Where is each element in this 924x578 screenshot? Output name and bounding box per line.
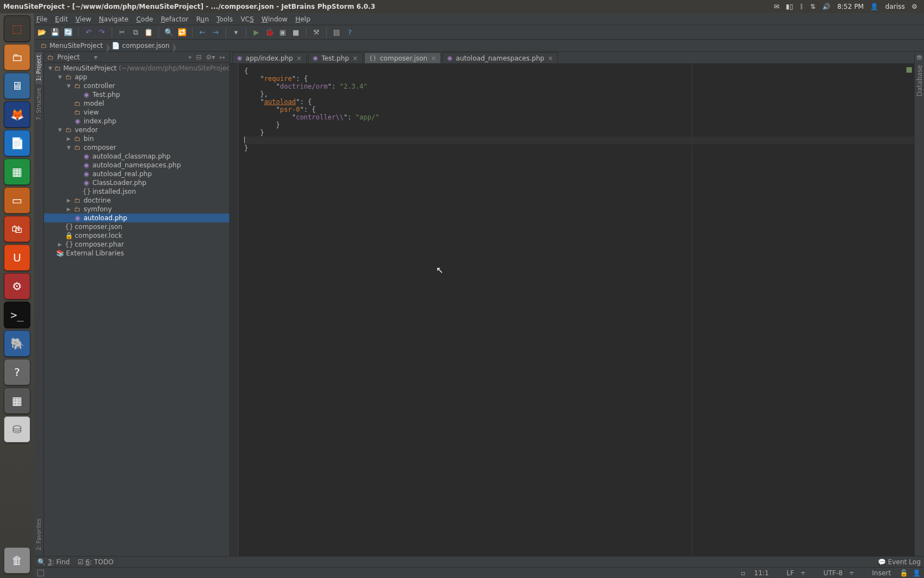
- menu-vcs[interactable]: VCS: [240, 15, 254, 23]
- insert-mode[interactable]: Insert: [872, 569, 891, 577]
- menu-run[interactable]: Run: [196, 15, 209, 23]
- save-icon[interactable]: 💾: [50, 27, 61, 38]
- tool-windows-toggle-icon[interactable]: [37, 570, 44, 576]
- forward-icon[interactable]: →: [210, 27, 221, 38]
- expand-arrow-icon[interactable]: ▼: [66, 83, 72, 89]
- help-icon[interactable]: ?: [344, 27, 355, 38]
- caret-position[interactable]: 11:1: [754, 569, 769, 577]
- run-config-dropdown[interactable]: ▾: [230, 27, 241, 38]
- expand-arrow-icon[interactable]: ▶: [66, 206, 72, 212]
- bluetooth-icon[interactable]: ᛒ: [800, 3, 804, 10]
- mail-icon[interactable]: ✉: [774, 3, 779, 10]
- settings-icon[interactable]: ⚒: [311, 27, 322, 38]
- launcher-mounted-drive[interactable]: ⛁: [4, 416, 30, 443]
- copy-icon[interactable]: ⧉: [130, 27, 141, 38]
- code-line[interactable]: },: [244, 90, 914, 98]
- expand-arrow-icon[interactable]: ▶: [57, 242, 63, 247]
- tree-item[interactable]: 🗀model: [44, 99, 229, 108]
- hide-panel-icon[interactable]: ↦: [219, 53, 225, 61]
- user-icon[interactable]: 👤: [870, 3, 878, 10]
- editor-tab[interactable]: ◉Test.php×: [308, 52, 363, 63]
- tree-item[interactable]: ▼🗀controller: [44, 81, 229, 90]
- menu-window[interactable]: Window: [262, 15, 288, 23]
- tree-item[interactable]: ◉ClassLoader.php: [44, 178, 229, 187]
- expand-arrow-icon[interactable]: ▼: [48, 66, 52, 71]
- database-icon[interactable]: ⛃: [916, 54, 922, 62]
- tree-item[interactable]: ▶🗀doctrine: [44, 196, 229, 205]
- code-line[interactable]: "doctrine/orm": "2.3.4": [244, 83, 914, 90]
- event-log-button[interactable]: 💬 Event Log: [878, 558, 921, 566]
- readonly-lock-icon[interactable]: 🔓: [900, 569, 908, 577]
- code-line[interactable]: }: [244, 129, 914, 137]
- code-line[interactable]: "controller\\": "app/": [244, 113, 914, 121]
- paste-icon[interactable]: 📋: [143, 27, 154, 38]
- tool-tab-project[interactable]: 1: Project: [35, 52, 42, 84]
- tool-tab-find[interactable]: 🔍 3: Find: [37, 558, 70, 566]
- expand-arrow-icon[interactable]: ▶: [66, 136, 72, 141]
- launcher-postgresql[interactable]: 🐘: [4, 330, 30, 357]
- tree-item[interactable]: ◉autoload.php: [44, 214, 229, 222]
- tree-item[interactable]: ◉autoload_classmap.php: [44, 152, 229, 161]
- breadcrumb-file[interactable]: 📄 composer.json: [107, 42, 174, 50]
- launcher-files[interactable]: 🗀: [4, 44, 30, 70]
- menu-view[interactable]: View: [75, 15, 91, 23]
- panel-settings-icon[interactable]: ⚙▾: [206, 53, 215, 61]
- tree-item[interactable]: ◉Test.php: [44, 90, 229, 99]
- collapse-all-icon[interactable]: ⊟: [196, 53, 201, 61]
- close-tab-icon[interactable]: ×: [548, 54, 553, 62]
- inspection-indicator[interactable]: [906, 67, 912, 73]
- menu-refactor[interactable]: Refactor: [161, 15, 188, 23]
- menu-edit[interactable]: Edit: [55, 15, 68, 23]
- launcher-ubuntu-one[interactable]: U: [4, 244, 30, 271]
- code-line[interactable]: }: [244, 121, 914, 129]
- breadcrumb-project[interactable]: 🗀 MenuSiteProject: [36, 42, 107, 50]
- project-tree[interactable]: ▼🗀MenuSiteProject (~/www/dom/php/MenuSit…: [44, 63, 229, 556]
- launcher-trash[interactable]: 🗑: [4, 547, 30, 574]
- tree-item[interactable]: {}composer.json: [44, 222, 229, 231]
- hector-icon[interactable]: 👤: [912, 569, 921, 577]
- tool-tab-todo[interactable]: ☑ 6: TODO: [78, 558, 114, 566]
- launcher-libreoffice-calc[interactable]: ▦: [4, 159, 30, 185]
- tree-item[interactable]: {}installed.json: [44, 187, 229, 196]
- expand-arrow-icon[interactable]: ▼: [66, 145, 72, 150]
- tree-item[interactable]: ▼🗀MenuSiteProject (~/www/dom/php/MenuSit…: [44, 64, 229, 73]
- menu-file[interactable]: File: [36, 15, 47, 23]
- editor-tab[interactable]: ◉app/index.php×: [232, 52, 307, 63]
- expand-arrow-icon[interactable]: ▶: [66, 198, 72, 203]
- launcher-terminal[interactable]: >_: [4, 302, 30, 328]
- network-icon[interactable]: ⇅: [810, 3, 816, 10]
- undo-icon[interactable]: ↶: [83, 27, 94, 38]
- tool-tab-favorites[interactable]: 2: Favorites: [35, 515, 42, 554]
- launcher-libreoffice-writer[interactable]: 📄: [4, 130, 30, 156]
- expand-arrow-icon[interactable]: ▼: [57, 74, 63, 80]
- code-editor[interactable]: { "require": { "doctrine/orm": "2.3.4" }…: [230, 64, 914, 556]
- sync-icon[interactable]: 🔄: [63, 27, 74, 38]
- tree-item[interactable]: ◉autoload_namespaces.php: [44, 161, 229, 170]
- close-tab-icon[interactable]: ×: [431, 54, 436, 62]
- editor-tab[interactable]: ◉autoload_namespaces.php×: [442, 52, 558, 63]
- editor-tab[interactable]: {}composer.json×: [364, 52, 441, 63]
- launcher-dash[interactable]: ⬚: [4, 15, 30, 42]
- launcher-display[interactable]: 🖥: [4, 73, 30, 99]
- session-gear-icon[interactable]: ⚙: [911, 3, 917, 10]
- launcher-system-settings[interactable]: ⚙: [4, 273, 30, 299]
- scroll-from-source-icon[interactable]: ⌖: [188, 53, 192, 61]
- editor-gutter[interactable]: [230, 64, 239, 556]
- run-icon[interactable]: ▶: [251, 27, 262, 38]
- structure-icon[interactable]: ▤: [331, 27, 342, 38]
- tree-item[interactable]: ◉autoload_real.php: [44, 170, 229, 178]
- tree-item[interactable]: ▼🗀composer: [44, 143, 229, 152]
- view-mode-dropdown-icon[interactable]: ▾: [94, 53, 97, 61]
- menu-help[interactable]: Help: [295, 15, 310, 23]
- launcher-firefox[interactable]: 🦊: [4, 101, 30, 128]
- expand-arrow-icon[interactable]: ▼: [57, 127, 63, 133]
- redo-icon[interactable]: ↷: [96, 27, 107, 38]
- code-line[interactable]: "require": {: [244, 75, 914, 83]
- cut-icon[interactable]: ✂: [117, 27, 128, 38]
- battery-icon[interactable]: ▮▯: [786, 3, 793, 10]
- volume-icon[interactable]: 🔊: [822, 3, 831, 10]
- menu-tools[interactable]: Tools: [217, 15, 233, 23]
- tree-item[interactable]: ▶🗀symfony: [44, 205, 229, 214]
- open-icon[interactable]: 📂: [36, 27, 47, 38]
- tool-tab-database[interactable]: Database: [915, 62, 924, 100]
